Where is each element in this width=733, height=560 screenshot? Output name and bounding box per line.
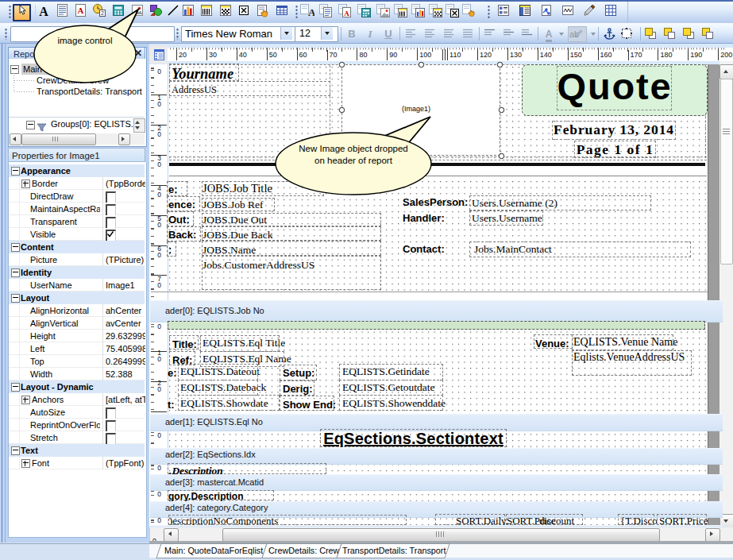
svg-text:image control: image control	[57, 36, 112, 45]
svg-text:on header of report: on header of report	[314, 156, 393, 165]
svg-text:New Image object dropped: New Image object dropped	[299, 144, 407, 153]
